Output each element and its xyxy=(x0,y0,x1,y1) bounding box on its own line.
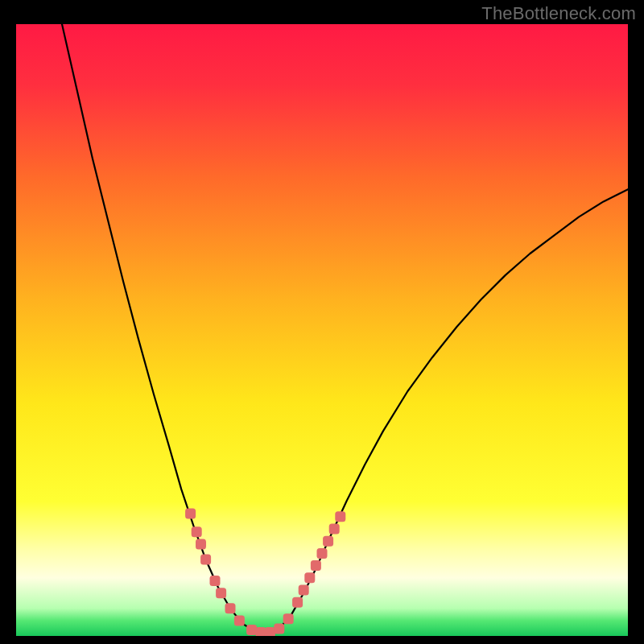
chart-frame: TheBottleneck.com xyxy=(0,0,644,644)
data-marker xyxy=(210,576,221,586)
data-marker xyxy=(225,603,236,613)
data-marker xyxy=(299,585,309,596)
data-marker xyxy=(246,625,257,635)
gradient-background xyxy=(16,24,628,636)
data-marker xyxy=(317,548,328,559)
data-marker xyxy=(192,526,202,537)
data-marker xyxy=(196,539,206,550)
data-marker xyxy=(292,597,303,608)
data-marker xyxy=(234,616,245,626)
data-marker xyxy=(274,623,284,634)
data-marker xyxy=(335,511,345,522)
data-marker xyxy=(304,572,315,583)
data-marker xyxy=(323,536,333,547)
data-marker xyxy=(256,627,266,636)
chart-plot xyxy=(16,24,628,636)
data-marker xyxy=(216,588,226,598)
data-marker xyxy=(283,613,294,624)
data-marker xyxy=(329,524,340,535)
data-marker xyxy=(311,560,321,571)
data-marker xyxy=(200,555,211,565)
data-marker xyxy=(265,627,275,636)
data-marker xyxy=(185,509,196,519)
watermark-text: TheBottleneck.com xyxy=(481,3,636,24)
